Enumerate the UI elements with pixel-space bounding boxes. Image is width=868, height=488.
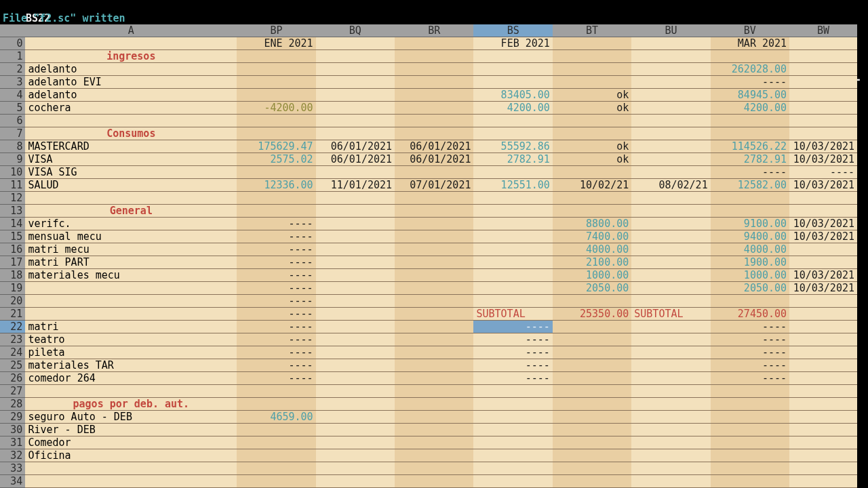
cell-BV16[interactable]: 4000.00 bbox=[711, 243, 789, 256]
cell-BU20[interactable] bbox=[631, 295, 710, 308]
cell-BW1[interactable] bbox=[789, 50, 857, 63]
cell-BS12[interactable] bbox=[473, 192, 552, 205]
cell-BV11[interactable]: 12582.00 bbox=[711, 179, 789, 192]
cell-BR12[interactable] bbox=[395, 192, 473, 205]
cell-BP20[interactable]: ---- bbox=[237, 295, 315, 308]
row-number[interactable]: 1 bbox=[0, 50, 25, 63]
cell-BP1[interactable] bbox=[237, 50, 315, 63]
row-number[interactable]: 16 bbox=[0, 243, 25, 256]
column-header-BS[interactable]: BS bbox=[473, 24, 552, 37]
row-number[interactable]: 0 bbox=[0, 37, 25, 50]
cell-BT29[interactable] bbox=[553, 411, 631, 424]
cell-BQ17[interactable] bbox=[316, 256, 395, 269]
cell-BV34[interactable] bbox=[711, 475, 789, 488]
cell-BR18[interactable] bbox=[395, 269, 473, 282]
cell-A11[interactable]: SALUD bbox=[25, 179, 237, 192]
cell-BR6[interactable] bbox=[395, 115, 473, 127]
cell-BP10[interactable] bbox=[237, 166, 315, 179]
cell-BV4[interactable]: 84945.00 bbox=[711, 89, 789, 102]
cell-BP19[interactable]: ---- bbox=[237, 282, 315, 295]
cell-A17[interactable]: matri PART bbox=[25, 256, 237, 269]
cell-BV6[interactable] bbox=[711, 115, 789, 127]
cell-BS6[interactable] bbox=[473, 115, 552, 127]
cell-BW4[interactable] bbox=[789, 89, 857, 102]
cell-BS24[interactable]: ---- bbox=[473, 346, 552, 359]
cell-BQ12[interactable] bbox=[316, 192, 395, 205]
cell-BQ8[interactable]: 06/01/2021 bbox=[316, 140, 395, 153]
row-number[interactable]: 29 bbox=[0, 411, 25, 424]
cell-BT34[interactable] bbox=[553, 475, 631, 488]
cell-A19[interactable] bbox=[25, 282, 237, 295]
cell-BW31[interactable] bbox=[789, 436, 857, 449]
row-number[interactable]: 11 bbox=[0, 179, 25, 192]
cell-A16[interactable]: matri mecu bbox=[25, 243, 237, 256]
row-number[interactable]: 18 bbox=[0, 269, 25, 282]
cell-A18[interactable]: materiales mecu bbox=[25, 269, 237, 282]
cell-BT11[interactable]: 10/02/21 bbox=[553, 179, 631, 192]
cell-BW2[interactable] bbox=[789, 63, 857, 76]
cell-BS32[interactable] bbox=[473, 449, 552, 462]
cell-BW26[interactable] bbox=[789, 372, 857, 385]
cell-BQ2[interactable] bbox=[316, 63, 395, 76]
cell-BR5[interactable] bbox=[395, 102, 473, 115]
row-number[interactable]: 33 bbox=[0, 462, 25, 475]
cell-BP22[interactable]: ---- bbox=[237, 321, 315, 333]
cell-BR11[interactable]: 07/01/2021 bbox=[395, 179, 473, 192]
cell-BS29[interactable] bbox=[473, 411, 552, 424]
cell-BP5[interactable]: -4200.00 bbox=[237, 102, 315, 115]
cell-A2[interactable]: adelanto bbox=[25, 63, 237, 76]
cell-A10[interactable]: VISA SIG bbox=[25, 166, 237, 179]
cell-BS17[interactable] bbox=[473, 256, 552, 269]
cell-BQ0[interactable] bbox=[316, 37, 395, 50]
cell-BR29[interactable] bbox=[395, 411, 473, 424]
cell-BW3[interactable] bbox=[789, 76, 857, 89]
cell-BP31[interactable] bbox=[237, 436, 315, 449]
cell-BP11[interactable]: 12336.00 bbox=[237, 179, 315, 192]
cell-BS23[interactable]: ---- bbox=[473, 333, 552, 346]
row-number[interactable]: 19 bbox=[0, 282, 25, 295]
cell-BW5[interactable] bbox=[789, 102, 857, 115]
cell-BU7[interactable] bbox=[631, 127, 710, 140]
row-number[interactable]: 15 bbox=[0, 230, 25, 243]
cell-BS22[interactable]: ---- bbox=[473, 321, 552, 333]
cell-BR25[interactable] bbox=[395, 359, 473, 372]
cell-BP2[interactable] bbox=[237, 63, 315, 76]
cell-BS27[interactable] bbox=[473, 385, 552, 398]
row-number[interactable]: 14 bbox=[0, 218, 25, 230]
cell-BU4[interactable] bbox=[631, 89, 710, 102]
row-number[interactable]: 24 bbox=[0, 346, 25, 359]
cell-BU19[interactable] bbox=[631, 282, 710, 295]
cell-BT13[interactable] bbox=[553, 205, 631, 218]
cell-BU28[interactable] bbox=[631, 398, 710, 411]
cell-BU18[interactable] bbox=[631, 269, 710, 282]
row-number[interactable]: 7 bbox=[0, 127, 25, 140]
cell-BW9[interactable]: 10/03/2021 bbox=[789, 153, 857, 166]
cell-BU6[interactable] bbox=[631, 115, 710, 127]
cell-BV1[interactable] bbox=[711, 50, 789, 63]
cell-BQ5[interactable] bbox=[316, 102, 395, 115]
cell-BW13[interactable] bbox=[789, 205, 857, 218]
cell-BU25[interactable] bbox=[631, 359, 710, 372]
cell-A9[interactable]: VISA bbox=[25, 153, 237, 166]
row-number[interactable]: 2 bbox=[0, 63, 25, 76]
cell-BS7[interactable] bbox=[473, 127, 552, 140]
cell-BS16[interactable] bbox=[473, 243, 552, 256]
cell-BR32[interactable] bbox=[395, 449, 473, 462]
cell-BU3[interactable] bbox=[631, 76, 710, 89]
cell-BV20[interactable] bbox=[711, 295, 789, 308]
cell-BV14[interactable]: 9100.00 bbox=[711, 218, 789, 230]
cell-BR31[interactable] bbox=[395, 436, 473, 449]
cell-BU29[interactable] bbox=[631, 411, 710, 424]
cell-BT25[interactable] bbox=[553, 359, 631, 372]
cell-BR1[interactable] bbox=[395, 50, 473, 63]
cell-BW24[interactable] bbox=[789, 346, 857, 359]
cell-BR9[interactable]: 06/01/2021 bbox=[395, 153, 473, 166]
cell-BV24[interactable]: ---- bbox=[711, 346, 789, 359]
cell-BV31[interactable] bbox=[711, 436, 789, 449]
cell-BU1[interactable] bbox=[631, 50, 710, 63]
row-number[interactable]: 13 bbox=[0, 205, 25, 218]
cell-BW21[interactable] bbox=[789, 308, 857, 321]
cell-BQ22[interactable] bbox=[316, 321, 395, 333]
cell-BT14[interactable]: 8800.00 bbox=[553, 218, 631, 230]
row-number[interactable]: 32 bbox=[0, 449, 25, 462]
